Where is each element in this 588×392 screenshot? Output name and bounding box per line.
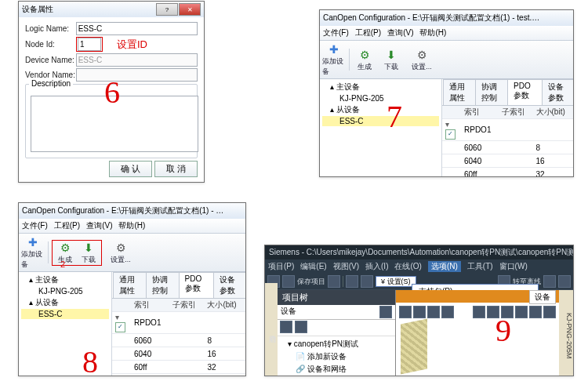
tree-add-device[interactable]: 📄 添加新设备 — [280, 350, 393, 363]
pdo-row[interactable]: 604016 — [442, 154, 573, 168]
device-graphic — [401, 318, 427, 374]
pdo-row[interactable]: ▾RPDO1 — [112, 312, 245, 334]
panel-8-canopen-config: CanOpen Configuration - E:\开辐阀关测试配置文档(1)… — [18, 202, 246, 376]
pdo-table-7: 索引子索引大小(bit) ▾RPDO16060860401660ff32▸RPD… — [442, 106, 573, 177]
pdo-row[interactable]: 60ff32 — [442, 168, 573, 178]
gear-icon: ⚙ — [415, 48, 429, 62]
toolbar-8: ✚添加设备 ⚙生成 ⬇下载 ⚙设置... — [19, 234, 245, 272]
vendor-name-input[interactable] — [76, 68, 198, 82]
title-bar-7: CanOpen Configuration - E:\开辐阀关测试配置文档(1)… — [320, 10, 573, 26]
master-item[interactable]: KJ-PNG-205 — [322, 93, 439, 103]
tb-down[interactable]: ⬇下载 — [379, 48, 403, 72]
device-name-input[interactable] — [76, 53, 198, 67]
plus-icon: ✚ — [26, 235, 40, 249]
annotation-8: 8 — [82, 347, 98, 378]
logic-name-input[interactable] — [76, 22, 198, 35]
t1-icon[interactable] — [543, 275, 556, 288]
tab-pdo[interactable]: PDO 参数 — [507, 79, 543, 105]
tb-down-8[interactable]: ⬇下载 — [77, 241, 100, 265]
vendor-name-label: Vendor Name: — [25, 71, 76, 79]
pdo-row[interactable]: 60608 — [112, 334, 245, 347]
d-icon[interactable] — [441, 306, 454, 318]
pdo-row[interactable]: 60ff32 — [112, 361, 245, 374]
cancel-button[interactable]: 取 消 — [154, 161, 198, 177]
menu-options-active[interactable]: 选项(N) — [428, 261, 461, 272]
j-icon[interactable] — [543, 306, 556, 318]
copy-icon[interactable] — [361, 275, 373, 288]
tabs-7: 通用属性 协调控制 PDO 参数 设备参数 — [443, 79, 573, 105]
device-tree-8: ▴ 主设备 KJ-PNG-205 ▴ 从设备 ESS-C — [19, 272, 111, 321]
annotation-2: 2 — [60, 260, 65, 269]
panel-7-canopen-config: CanOpen Configuration - E:\开辐阀关测试配置文档(1)… — [319, 9, 574, 177]
menu-help[interactable]: 帮助(H) — [419, 27, 446, 38]
panel-9-tia-portal: Siemens - C:\Users\mikejay\Documents\Aut… — [264, 245, 574, 376]
tia-title: Siemens - C:\Users\mikejay\Documents\Aut… — [265, 245, 573, 260]
c-icon[interactable] — [427, 306, 440, 318]
tb-set-8[interactable]: ⚙设置... — [105, 241, 136, 265]
help-btn[interactable]: ? — [156, 3, 178, 16]
pdo-row[interactable]: ▸RPDO2 — [112, 374, 245, 377]
plus-icon: ✚ — [327, 42, 341, 56]
annotation-9: 9 — [495, 315, 511, 347]
save-icon[interactable] — [328, 275, 340, 288]
menu-bar-8: 文件(F) 工程(P) 查询(V) 帮助(H) — [19, 219, 245, 234]
toolbar-7: ✚添加设备 ⚙生成 ⬇下载 ⚙设置... — [320, 41, 573, 79]
gear-green-icon: ⚙ — [358, 48, 372, 62]
b-icon[interactable] — [413, 306, 426, 318]
slave-node[interactable]: ▴ 从设备 — [322, 103, 439, 116]
tia-menu: 项目(P) 编辑(E) 视图(V) 插入(I) 在线(O) 选项(N) 工具(T… — [265, 260, 573, 274]
tb-set[interactable]: ⚙设置... — [406, 48, 437, 72]
menu-view[interactable]: 查询(V) — [387, 27, 413, 38]
h-icon[interactable] — [515, 306, 528, 318]
e-icon[interactable] — [473, 306, 485, 318]
save-project[interactable]: 保存项目 — [297, 277, 325, 287]
annotation-6: 6 — [104, 77, 120, 108]
pdo-row[interactable]: 604016 — [112, 347, 245, 361]
a-icon[interactable] — [399, 306, 412, 318]
i-icon[interactable] — [529, 306, 542, 318]
annotation-set-id: 设置ID — [117, 38, 147, 52]
tabs-8: 通用属性 协调控制 PDO 参数 设备参数 — [113, 272, 245, 298]
list-icon[interactable] — [295, 321, 307, 333]
menu-proj[interactable]: 工程(P) — [355, 27, 381, 38]
tree-root[interactable]: ▾ canopen转PN测试 — [280, 338, 393, 350]
close-btn[interactable]: ✕ — [179, 3, 201, 16]
master-node[interactable]: ▴ 主设备 — [322, 81, 439, 93]
title-bar-8: CanOpen Configuration - E:\开辐阀关测试配置文档(1)… — [19, 203, 245, 219]
download-icon: ⬇ — [82, 241, 96, 255]
settings-btn[interactable]: ¥ 设置(S) — [376, 276, 416, 287]
device-tab[interactable]: 设备 — [529, 290, 556, 304]
window-title: 设备属性 — [22, 4, 53, 15]
tb-add[interactable]: ✚添加设备 — [322, 42, 346, 77]
logic-name-label: Logic Name: — [25, 24, 76, 33]
device-tree-7: ▴ 主设备 KJ-PNG-205 ▴ 从设备 ESS-C — [320, 79, 441, 128]
download-icon: ⬇ — [384, 48, 398, 62]
cut-icon[interactable] — [346, 275, 358, 288]
tb-add-8[interactable]: ✚添加设备 — [21, 235, 45, 270]
tab-coord[interactable]: 协调控制 — [475, 79, 508, 105]
pdo-row[interactable]: ▾RPDO1 — [442, 119, 573, 141]
tab-general[interactable]: 通用属性 — [443, 79, 476, 105]
open-icon[interactable] — [282, 275, 295, 288]
menu-file[interactable]: 文件(F) — [323, 27, 349, 38]
pdo-checkbox[interactable] — [115, 322, 125, 332]
node-id-input[interactable] — [78, 38, 101, 51]
grid-icon[interactable] — [280, 321, 292, 333]
ok-button[interactable]: 确 认 — [109, 161, 152, 177]
tree-dev-net[interactable]: 🔗 设备和网络 — [280, 363, 393, 376]
gear-icon: ⚙ — [114, 241, 128, 255]
title-bar: 设备属性 ? ✕ — [19, 2, 204, 17]
tab-devparam[interactable]: 设备参数 — [542, 79, 574, 105]
right-vertical-tab[interactable]: KJ-PNG-205M — [559, 290, 573, 376]
pdo-row[interactable]: 60608 — [442, 141, 573, 154]
pdo-table-8: 索引子索引大小(bit) ▾RPDO16060860401660ff32▸RPD… — [112, 299, 245, 376]
menu-bar-7: 文件(F) 工程(P) 查询(V) 帮助(H) — [320, 26, 573, 41]
pdo-checkbox[interactable] — [445, 129, 456, 140]
tree-collapse-icon[interactable] — [379, 306, 392, 318]
left-vertical-tab[interactable]: 启动 — [265, 283, 278, 376]
tree-plc[interactable]: ▸ 📟 PLC_1 [CPU 1212C DC/DC/DC] — [280, 376, 393, 376]
tab-devices[interactable]: 设备 — [281, 306, 296, 318]
tb-gen[interactable]: ⚙生成 — [353, 48, 376, 72]
slave-item[interactable]: ESS-C — [322, 116, 439, 126]
t2-icon[interactable] — [558, 275, 571, 288]
